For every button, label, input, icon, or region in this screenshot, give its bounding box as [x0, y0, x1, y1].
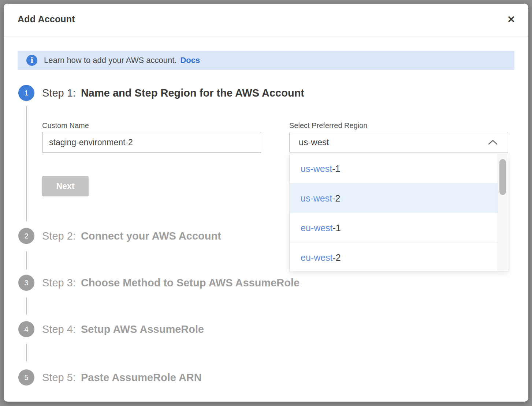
option-match-text: eu-west	[301, 223, 333, 233]
step-3-prefix: Step 3:	[42, 277, 76, 289]
step-5-heading: Step 5:Paste AssumeRole ARN	[42, 370, 202, 385]
dropdown-scrollbar-track[interactable]	[498, 154, 507, 271]
region-select[interactable]: us-west	[289, 132, 508, 153]
step-3-badge: 3	[18, 275, 34, 291]
step-2-badge: 2	[18, 228, 34, 244]
connector-step4-step5	[26, 344, 27, 361]
docs-banner: i Learn how to add your AWS account. Doc…	[18, 51, 514, 70]
step-2-title: Connect your AWS Account	[81, 230, 221, 242]
step-3-title: Choose Method to Setup AWS AssumeRole	[81, 277, 300, 289]
option-match-text: us-west	[301, 193, 332, 204]
region-option-eu-west-2[interactable]: eu-west-2	[290, 243, 498, 272]
chevron-up-icon	[488, 139, 498, 145]
step-1-badge: 1	[18, 85, 34, 101]
page-title: Add Account	[18, 14, 75, 25]
step-1-title: Name and Step Region for the AWS Account	[81, 87, 304, 99]
option-rest-text: -1	[333, 223, 341, 233]
option-rest-text: -2	[333, 252, 341, 263]
modal-header: Add Account ✕	[4, 4, 528, 37]
connector-step2-step3	[26, 251, 27, 270]
custom-name-label: Custom Name	[42, 121, 89, 130]
region-label: Select Preferred Region	[289, 121, 367, 130]
step-2-prefix: Step 2:	[42, 230, 76, 242]
step-5-badge: 5	[18, 369, 34, 386]
step-5-prefix: Step 5:	[42, 372, 76, 383]
connector-step1-step2	[26, 106, 27, 221]
region-dropdown: us-west-1 us-west-2 eu-west-1 eu-west-2	[289, 154, 508, 271]
step-1-prefix: Step 1:	[42, 87, 76, 99]
info-icon: i	[26, 55, 37, 66]
region-option-us-west-1[interactable]: us-west-1	[290, 154, 498, 184]
step-4-prefix: Step 4:	[42, 323, 76, 335]
region-select-value: us-west	[299, 137, 488, 147]
step-2-heading: Step 2:Connect your AWS Account	[42, 229, 221, 243]
option-match-text: eu-west	[301, 252, 333, 263]
region-option-us-west-2[interactable]: us-west-2	[290, 184, 498, 213]
dropdown-scrollbar-thumb[interactable]	[499, 159, 506, 195]
next-button[interactable]: Next	[42, 176, 89, 196]
step-1-heading: Step 1:Name and Step Region for the AWS …	[42, 86, 304, 100]
connector-step3-step4	[26, 297, 27, 315]
step-3-heading: Step 3:Choose Method to Setup AWS Assume…	[42, 275, 300, 290]
option-rest-text: -2	[332, 193, 340, 204]
step-4-heading: Step 4:Setup AWS AssumeRole	[42, 322, 204, 337]
region-option-eu-west-1[interactable]: eu-west-1	[290, 213, 498, 243]
custom-name-input[interactable]	[42, 132, 261, 153]
step-4-title: Setup AWS AssumeRole	[81, 323, 204, 335]
step-5-title: Paste AssumeRole ARN	[81, 372, 202, 383]
close-icon[interactable]: ✕	[507, 14, 515, 25]
docs-link[interactable]: Docs	[180, 56, 200, 65]
banner-text: Learn how to add your AWS account.	[44, 56, 176, 65]
step-4-badge: 4	[18, 321, 34, 337]
option-match-text: us-west	[301, 163, 332, 174]
add-account-modal: Add Account ✕ i Learn how to add your AW…	[4, 4, 528, 402]
option-rest-text: -1	[332, 163, 340, 174]
